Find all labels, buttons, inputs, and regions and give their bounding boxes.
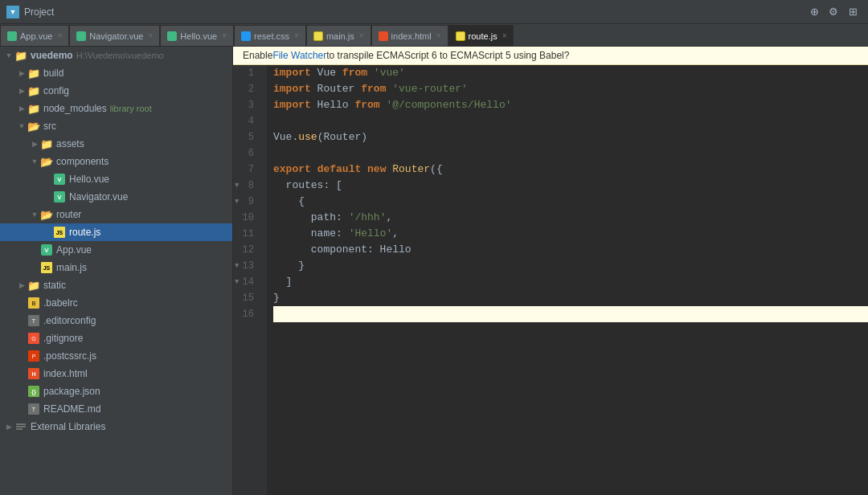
fold-arrow-14[interactable]: ▼ xyxy=(235,274,239,290)
code-line-4 xyxy=(273,113,868,129)
sidebar-item-editorconfig[interactable]: T.editorconfig xyxy=(0,312,232,329)
fold-arrow-13[interactable]: ▼ xyxy=(235,258,239,274)
tab-navigator-vue[interactable]: Navigator.vue× xyxy=(69,25,160,46)
sidebar-item-build[interactable]: ▶📁build xyxy=(0,64,232,82)
sidebar-item-route-js[interactable]: JSroute.js xyxy=(0,223,232,241)
item-icon-ext-libs xyxy=(14,420,27,433)
tab-close-route-js[interactable]: × xyxy=(502,31,507,40)
fold-arrow-9[interactable]: ▼ xyxy=(235,194,239,210)
add-content-button[interactable]: ⊕ xyxy=(805,3,823,21)
code-line-5: Vue.use(Router) xyxy=(273,129,868,145)
code-line-9: { xyxy=(273,194,868,210)
tab-route-js[interactable]: route.js× xyxy=(448,25,514,46)
item-label-index-html: index.html xyxy=(43,368,88,379)
item-icon-node_modules: 📁 xyxy=(27,102,40,115)
line-number-9: ▼9 xyxy=(233,194,260,210)
sidebar-item-gitignore[interactable]: G.gitignore xyxy=(0,329,232,347)
item-arrow-editorconfig xyxy=(16,315,27,326)
sidebar-item-hello-vue[interactable]: VHello.vue xyxy=(0,170,232,188)
tab-close-hello-vue[interactable]: × xyxy=(222,31,227,40)
line-number-5: 5 xyxy=(233,129,260,145)
notification-bar: Enable File Watcher to transpile ECMAScr… xyxy=(233,47,868,65)
item-icon-gitignore: G xyxy=(27,332,40,345)
tab-icon-app-vue xyxy=(7,31,17,41)
item-label-app-vue: App.vue xyxy=(56,244,92,256)
item-icon-components: 📂 xyxy=(40,155,53,168)
tab-label-app-vue: App.vue xyxy=(20,31,52,41)
sidebar-item-index-html[interactable]: Hindex.html xyxy=(0,365,232,382)
svg-rect-0 xyxy=(16,423,26,425)
code-line-14: ] xyxy=(273,274,868,290)
item-label-babelrc: .babelrc xyxy=(43,297,78,309)
item-arrow-route-js xyxy=(42,227,53,238)
tab-close-navigator-vue[interactable]: × xyxy=(148,31,153,40)
item-icon-route-js: JS xyxy=(53,226,66,239)
sidebar-item-main-js[interactable]: JSmain.js xyxy=(0,259,232,276)
item-arrow-config: ▶ xyxy=(16,85,27,96)
line-number-16: 16 xyxy=(233,306,260,322)
code-line-1: import Vue from 'vue' xyxy=(273,65,868,81)
tab-icon-reset-css xyxy=(241,31,251,41)
sidebar-item-node_modules[interactable]: ▶📁node_moduleslibrary root xyxy=(0,100,232,117)
tab-reset-css[interactable]: reset.css× xyxy=(234,25,306,46)
tab-hello-vue[interactable]: Hello.vue× xyxy=(160,25,234,46)
item-icon-router: 📂 xyxy=(40,208,53,221)
sidebar-item-navigator-vue[interactable]: VNavigator.vue xyxy=(0,188,232,206)
code-editor[interactable]: 1234567▼8▼9101112▼13▼141516 import Vue f… xyxy=(233,65,868,495)
sidebar-item-package-json[interactable]: {}package.json xyxy=(0,382,232,400)
item-icon-static: 📁 xyxy=(27,279,40,292)
sidebar: ▼📁vuedemoH:\Vuedemo\vuedemo▶📁build▶📁conf… xyxy=(0,47,233,495)
code-content[interactable]: import Vue from 'vue'import Router from … xyxy=(267,65,868,495)
item-icon-hello-vue: V xyxy=(53,173,66,186)
tab-close-reset-css[interactable]: × xyxy=(294,31,299,40)
item-arrow-gitignore xyxy=(16,333,27,344)
item-label-hello-vue: Hello.vue xyxy=(69,174,109,185)
item-label-config: config xyxy=(43,85,69,96)
sidebar-item-app-vue[interactable]: VApp.vue xyxy=(0,241,232,259)
item-icon-config: 📁 xyxy=(27,84,40,97)
root-arrow-icon: ▼ xyxy=(3,50,14,61)
tab-app-vue[interactable]: App.vue× xyxy=(0,25,69,46)
line-number-11: 11 xyxy=(233,226,260,242)
tab-close-index-html[interactable]: × xyxy=(436,31,441,40)
tab-close-main-js[interactable]: × xyxy=(359,31,364,40)
settings-button[interactable]: ⚙ xyxy=(825,3,842,21)
svg-rect-2 xyxy=(16,428,23,430)
root-folder-icon: 📁 xyxy=(14,49,27,62)
line-number-8: ▼8 xyxy=(233,178,260,194)
tab-bar: App.vue×Navigator.vue×Hello.vue×reset.cs… xyxy=(0,24,868,47)
item-badge-node_modules: library root xyxy=(110,104,152,113)
sidebar-item-config[interactable]: ▶📁config xyxy=(0,82,232,100)
line-number-4: 4 xyxy=(233,113,260,129)
sidebar-item-assets[interactable]: ▶📁assets xyxy=(0,135,232,153)
item-label-router: router xyxy=(56,209,81,220)
sidebar-item-postcssrc[interactable]: P.postcssrc.js xyxy=(0,347,232,365)
code-line-7: export default new Router({ xyxy=(273,162,868,178)
sidebar-item-babelrc[interactable]: B.babelrc xyxy=(0,294,232,312)
item-arrow-main-js xyxy=(29,262,40,273)
file-watcher-link[interactable]: File Watcher xyxy=(272,50,326,61)
sidebar-root[interactable]: ▼📁vuedemoH:\Vuedemo\vuedemo xyxy=(0,47,232,64)
tab-icon-navigator-vue xyxy=(76,31,86,41)
tab-close-app-vue[interactable]: × xyxy=(57,31,62,40)
item-arrow-postcssrc xyxy=(16,350,27,362)
sidebar-item-src[interactable]: ▼📂src xyxy=(0,117,232,135)
item-arrow-src: ▼ xyxy=(16,121,27,132)
fold-arrow-8[interactable]: ▼ xyxy=(235,178,239,194)
item-label-main-js: main.js xyxy=(56,262,87,273)
tab-index-html[interactable]: index.html× xyxy=(371,25,448,46)
item-arrow-router: ▼ xyxy=(29,209,40,220)
sidebar-item-ext-libs[interactable]: ▶External Libraries xyxy=(0,418,232,436)
item-arrow-static: ▶ xyxy=(16,280,27,291)
item-icon-postcssrc: P xyxy=(27,350,40,362)
item-label-components: components xyxy=(56,156,108,167)
code-line-10: path: '/hhh', xyxy=(273,210,868,226)
sidebar-item-readme[interactable]: TREADME.md xyxy=(0,400,232,418)
tab-main-js[interactable]: main.js× xyxy=(306,25,371,46)
layout-button[interactable]: ⊞ xyxy=(844,3,862,21)
title-bar-actions: ⊕ ⚙ ⊞ xyxy=(805,3,862,21)
sidebar-item-components[interactable]: ▼📂components xyxy=(0,153,232,170)
sidebar-item-static[interactable]: ▶📁static xyxy=(0,276,232,294)
line-number-1: 1 xyxy=(233,65,260,81)
sidebar-item-router[interactable]: ▼📂router xyxy=(0,206,232,223)
